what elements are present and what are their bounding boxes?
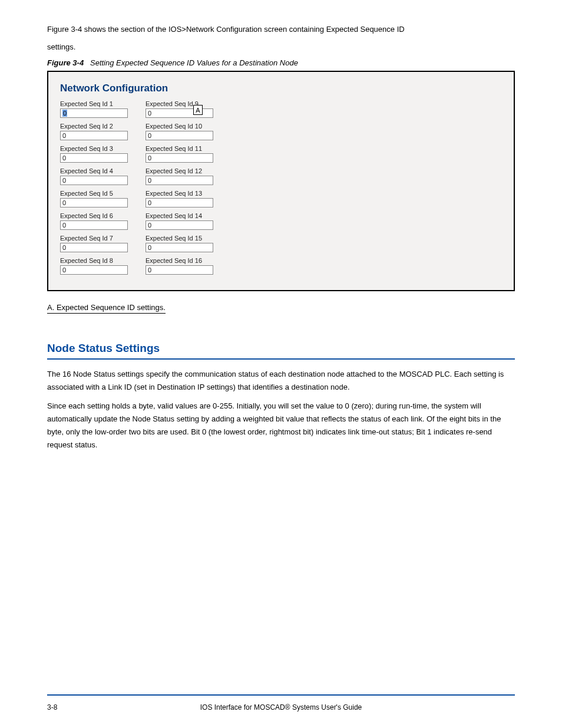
seq-id-1-input[interactable]: 0 (60, 108, 128, 118)
section-heading-node-status: Node Status Settings (47, 342, 515, 360)
field-seq-1: Expected Seq Id 1 0 (60, 100, 128, 118)
seq-id-12-input[interactable]: 0 (146, 176, 213, 185)
field-label: Expected Seq Id 4 (60, 167, 128, 174)
page-footer: 3-8 IOS Interface for MOSCAD® Systems Us… (47, 703, 515, 711)
field-seq-4: Expected Seq Id 4 0 (60, 167, 128, 185)
field-label: Expected Seq Id 9 (146, 100, 213, 107)
field-label: Expected Seq Id 8 (60, 257, 128, 264)
field-seq-10: Expected Seq Id 10 0 (146, 123, 213, 140)
network-config-panel: Network Configuration Expected Seq Id 1 … (47, 71, 515, 291)
seq-id-11-input[interactable]: 0 (146, 153, 213, 163)
field-seq-14: Expected Seq Id 14 0 (146, 212, 213, 230)
field-seq-9: Expected Seq Id 9 0 (146, 100, 213, 118)
field-seq-7: Expected Seq Id 7 0 (60, 235, 128, 252)
seq-id-8-input[interactable]: 0 (60, 265, 128, 275)
field-label: Expected Seq Id 15 (146, 235, 213, 242)
intro-line-1: Figure 3-4 shows the section of the IOS>… (47, 24, 515, 35)
field-seq-3: Expected Seq Id 3 0 (60, 145, 128, 163)
seq-id-2-input[interactable]: 0 (60, 131, 128, 140)
field-label: Expected Seq Id 5 (60, 190, 128, 197)
field-label: Expected Seq Id 11 (146, 145, 213, 152)
field-label: Expected Seq Id 6 (60, 212, 128, 219)
field-seq-2: Expected Seq Id 2 0 (60, 123, 128, 140)
field-label: Expected Seq Id 12 (146, 167, 213, 174)
field-seq-15: Expected Seq Id 15 0 (146, 235, 213, 252)
seq-id-6-input[interactable]: 0 (60, 220, 128, 230)
column-2: Expected Seq Id 9 0 Expected Seq Id 10 0… (146, 100, 213, 279)
field-label: Expected Seq Id 16 (146, 257, 213, 264)
section-paragraph-2: Since each setting holds a byte, valid v… (47, 400, 515, 452)
field-seq-6: Expected Seq Id 6 0 (60, 212, 128, 230)
seq-id-4-input[interactable]: 0 (60, 176, 128, 185)
figure-label: Figure 3-4 (47, 58, 84, 67)
intro-line-2: settings. (47, 41, 515, 53)
figure-caption: Figure 3-4 Setting Expected Sequence ID … (47, 58, 515, 67)
figure-caption-text: Setting Expected Sequence ID Values for … (90, 58, 298, 67)
footer-rule (47, 694, 515, 696)
field-label: Expected Seq Id 14 (146, 212, 213, 219)
field-seq-8: Expected Seq Id 8 0 (60, 257, 128, 275)
field-label: Expected Seq Id 1 (60, 100, 128, 107)
footer-page-number: 3-8 (47, 703, 94, 711)
section-paragraph-1: The 16 Node Status settings specify the … (47, 368, 515, 394)
column-1: Expected Seq Id 1 0 Expected Seq Id 2 0 … (60, 100, 128, 279)
callout-description: A. Expected Sequence ID settings. (47, 303, 166, 314)
seq-id-16-input[interactable]: 0 (146, 265, 213, 275)
field-label: Expected Seq Id 3 (60, 145, 128, 152)
seq-id-15-input[interactable]: 0 (146, 243, 213, 252)
field-label: Expected Seq Id 10 (146, 123, 213, 130)
field-label: Expected Seq Id 7 (60, 235, 128, 242)
footer-right (468, 703, 515, 711)
field-seq-12: Expected Seq Id 12 0 (146, 167, 213, 185)
field-label: Expected Seq Id 2 (60, 123, 128, 130)
seq-id-5-input[interactable]: 0 (60, 198, 128, 207)
panel-title: Network Configuration (60, 83, 502, 94)
seq-id-14-input[interactable]: 0 (146, 220, 213, 230)
footer-center: IOS Interface for MOSCAD® Systems User's… (94, 703, 468, 711)
field-seq-11: Expected Seq Id 11 0 (146, 145, 213, 163)
field-seq-16: Expected Seq Id 16 0 (146, 257, 213, 275)
field-seq-13: Expected Seq Id 13 0 (146, 190, 213, 207)
callout-a: A (193, 105, 203, 115)
seq-id-10-input[interactable]: 0 (146, 131, 213, 140)
seq-id-13-input[interactable]: 0 (146, 198, 213, 207)
seq-id-7-input[interactable]: 0 (60, 243, 128, 252)
seq-id-9-input[interactable]: 0 (146, 108, 213, 118)
field-seq-5: Expected Seq Id 5 0 (60, 190, 128, 207)
field-label: Expected Seq Id 13 (146, 190, 213, 197)
seq-id-3-input[interactable]: 0 (60, 153, 128, 163)
